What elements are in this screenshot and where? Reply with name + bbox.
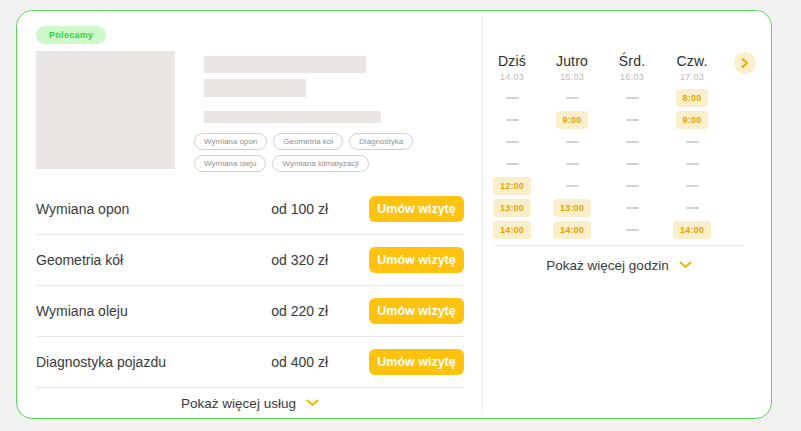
workshop-card: Polecamy Wymiana oponGeometria kółDiagno… <box>16 10 772 419</box>
day-label: Czw. <box>662 53 722 69</box>
slot-cell <box>602 219 662 241</box>
slot-cell: 12:00 <box>482 175 542 197</box>
book-visit-button[interactable]: Umów wizytę <box>369 247 464 273</box>
slot-cell <box>482 87 542 109</box>
slot-cell: 13:00 <box>542 197 602 219</box>
time-slot-grid: 8:00 9:00 9:00 12:00 13:00 13:00 14:00 <box>482 87 756 241</box>
day-label: Śrd. <box>602 53 662 69</box>
slot-cell <box>482 109 542 131</box>
slot-unavailable-dash <box>506 119 519 121</box>
service-name: Wymiana opon <box>36 201 271 217</box>
day-column-header: Dziś 14.03 <box>482 53 542 87</box>
show-more-services-link[interactable]: Pokaż więcej usług <box>36 386 464 420</box>
slot-cell <box>542 131 602 153</box>
service-name: Geometria kół <box>36 252 271 268</box>
service-tag: Geometria kół <box>273 133 343 150</box>
slot-cell <box>602 175 662 197</box>
slot-unavailable-dash <box>566 185 579 187</box>
service-tag: Wymiana oleju <box>194 155 266 172</box>
slot-cell: 13:00 <box>482 197 542 219</box>
time-slot-chip[interactable]: 12:00 <box>493 177 531 195</box>
slot-cell <box>542 87 602 109</box>
availability-calendar: Dziś 14.03 Jutro 15.03 Śrd. 16.03 Czw. 1… <box>482 53 756 282</box>
recommended-badge: Polecamy <box>36 26 106 44</box>
services-list: Wymiana opon od 100 zł Umów wizytę Geome… <box>36 184 464 388</box>
slot-unavailable-dash <box>626 163 639 165</box>
service-row: Geometria kół od 320 zł Umów wizytę <box>36 235 464 286</box>
time-slot-chip[interactable]: 13:00 <box>553 199 591 217</box>
slot-unavailable-dash <box>626 97 639 99</box>
slot-cell: 9:00 <box>542 109 602 131</box>
slot-cell <box>602 87 662 109</box>
slot-cell: 14:00 <box>542 219 602 241</box>
chevron-right-icon <box>741 58 749 68</box>
show-more-services-label: Pokaż więcej usług <box>181 396 296 411</box>
day-date: 14.03 <box>482 72 542 82</box>
chevron-down-icon <box>679 261 692 269</box>
slot-cell <box>602 153 662 175</box>
book-visit-button[interactable]: Umów wizytę <box>369 349 464 375</box>
slot-unavailable-dash <box>506 97 519 99</box>
day-label: Dziś <box>482 53 542 69</box>
book-visit-button[interactable]: Umów wizytę <box>369 298 464 324</box>
time-slot-chip[interactable]: 8:00 <box>676 89 709 107</box>
time-slot-chip[interactable]: 14:00 <box>493 221 531 239</box>
next-days-button[interactable] <box>734 52 756 74</box>
slot-cell <box>662 131 722 153</box>
time-slot-chip[interactable]: 9:00 <box>676 111 709 129</box>
slot-unavailable-dash <box>686 185 699 187</box>
day-column-header: Jutro 15.03 <box>542 53 602 87</box>
slot-cell <box>542 175 602 197</box>
workshop-photo-placeholder <box>36 51 175 169</box>
service-name: Diagnostyka pojazdu <box>36 354 271 370</box>
slot-cell <box>662 153 722 175</box>
slot-cell <box>662 197 722 219</box>
time-slot-chip[interactable]: 9:00 <box>556 111 589 129</box>
day-date: 16.03 <box>602 72 662 82</box>
service-tag: Diagnostyka <box>349 133 413 150</box>
slot-cell: 14:00 <box>662 219 722 241</box>
slot-unavailable-dash <box>626 119 639 121</box>
show-more-hours-link[interactable]: Pokaż więcej godzin <box>482 248 756 282</box>
show-more-hours-label: Pokaż więcej godzin <box>546 258 668 273</box>
service-tag: Wymiana opon <box>194 133 267 150</box>
slot-unavailable-dash <box>686 141 699 143</box>
time-slot-chip[interactable]: 13:00 <box>493 199 531 217</box>
service-price: od 220 zł <box>271 303 328 319</box>
slot-cell <box>542 153 602 175</box>
slot-unavailable-dash <box>626 229 639 231</box>
workshop-title-skeleton <box>204 56 366 73</box>
slot-cell <box>662 175 722 197</box>
service-tags: Wymiana oponGeometria kółDiagnostykaWymi… <box>194 133 432 172</box>
slot-unavailable-dash <box>566 141 579 143</box>
slot-cell: 14:00 <box>482 219 542 241</box>
calendar-day-headers: Dziś 14.03 Jutro 15.03 Śrd. 16.03 Czw. 1… <box>482 53 756 87</box>
day-label: Jutro <box>542 53 602 69</box>
day-column-header: Czw. 17.03 <box>662 53 722 87</box>
day-column-header: Śrd. 16.03 <box>602 53 662 87</box>
service-row: Diagnostyka pojazdu od 400 zł Umów wizyt… <box>36 337 464 388</box>
day-date: 15.03 <box>542 72 602 82</box>
service-tag: Wymiana klimatyzacji <box>272 155 368 172</box>
slot-unavailable-dash <box>626 185 639 187</box>
slot-cell <box>602 131 662 153</box>
slot-unavailable-dash <box>686 207 699 209</box>
service-row: Wymiana oleju od 220 zł Umów wizytę <box>36 286 464 337</box>
slot-unavailable-dash <box>566 97 579 99</box>
service-price: od 320 zł <box>271 252 328 268</box>
time-slot-chip[interactable]: 14:00 <box>553 221 591 239</box>
slot-unavailable-dash <box>506 141 519 143</box>
service-row: Wymiana opon od 100 zł Umów wizytę <box>36 184 464 235</box>
slot-cell <box>482 153 542 175</box>
day-date: 17.03 <box>662 72 722 82</box>
service-name: Wymiana oleju <box>36 303 271 319</box>
workshop-subtitle-skeleton <box>204 79 306 97</box>
slot-cell <box>482 131 542 153</box>
slot-cell <box>602 109 662 131</box>
service-price: od 100 zł <box>271 201 328 217</box>
workshop-address-skeleton <box>204 111 381 123</box>
slot-unavailable-dash <box>686 163 699 165</box>
slot-unavailable-dash <box>506 163 519 165</box>
time-slot-chip[interactable]: 14:00 <box>673 221 711 239</box>
book-visit-button[interactable]: Umów wizytę <box>369 196 464 222</box>
